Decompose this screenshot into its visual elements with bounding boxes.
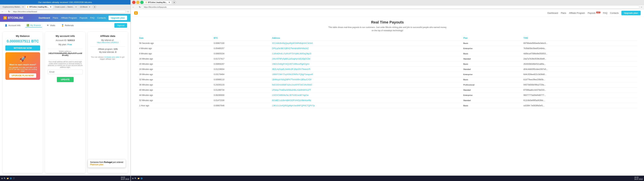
right-panel: B BTColine | leading Btc... ✕ + ← → ↻ ht… — [131, 0, 644, 181]
tab-steemit-close-icon[interactable]: ✕ — [75, 6, 77, 8]
account-info-card: My account info Account ID: 528313 My pl… — [45, 32, 85, 173]
right-nav-plans[interactable]: Plans — [561, 12, 566, 14]
plan-value: Free — [68, 43, 72, 46]
row-txid[interactable]: 262830b0d9ef32ca88a... — [522, 62, 637, 67]
right-nav-dashboard[interactable]: Dashboard — [548, 12, 558, 14]
withdraw-button[interactable]: WITHDRAW NOW — [5, 46, 40, 50]
logo-icon: B — [3, 16, 7, 20]
right-nav-contacts[interactable]: Contacts — [610, 12, 619, 14]
back-button[interactable]: ← — [1, 10, 4, 13]
table-row: 56 Seconds ago 0.00807100 3CCA8b3b40qQey… — [138, 41, 637, 46]
refresh-button[interactable]: ↻ — [8, 10, 10, 13]
affiliate-program-label: Affiliate program: — [98, 48, 113, 50]
update-button[interactable]: UPDATE — [57, 77, 74, 82]
right-nav-affiliate[interactable]: Affiliate Program — [569, 12, 585, 14]
plan-label: My plan: — [58, 43, 67, 46]
nav-faq[interactable]: FAQ — [90, 16, 94, 19]
right-upgrade-button[interactable]: Upgrade plan — [621, 11, 641, 15]
wallet-group: Wallet address: 14Eb3YK66AMfq4D8Ld9pHx9V… — [48, 50, 82, 56]
tab-btconline-close-icon[interactable]: ✕ — [50, 6, 51, 8]
row-txid[interactable]: b1d77feec0fee239b5b... — [522, 77, 637, 82]
tab-crypto[interactable]: Cryptocurrency Market... ✕ — [1, 6, 25, 8]
tab-my-finance[interactable]: 💹 My finance — [25, 23, 42, 28]
forward-button[interactable]: → — [5, 10, 7, 13]
row-txid[interactable]: 94073b568cf96a2729a... — [522, 82, 637, 88]
tab-bitcoin-close-icon[interactable]: ✕ — [89, 6, 90, 8]
nav-contacts[interactable]: Contacts — [97, 16, 106, 19]
rocket-icon: 🚀 — [8, 56, 38, 62]
row-txid[interactable]: 2da7a7b39c053fe30e9f... — [522, 56, 637, 62]
right-back-button[interactable]: ← — [132, 6, 134, 8]
account-id-group: Account ID: 528313 — [48, 39, 82, 42]
right-forward-button[interactable]: → — [136, 6, 138, 8]
increase-plan-link[interactable]: increase your plan — [104, 56, 120, 58]
row-txid[interactable]: 69796ebd580ee6e3ebc9... — [522, 41, 637, 46]
nav-affiliate[interactable]: Affiliate Program — [61, 16, 77, 19]
tab-referrals-label: Referrals — [65, 24, 74, 27]
right-tab-btconline[interactable]: B BTColine | leading Btc... ✕ — [144, 1, 171, 4]
toast-plan: Platinum plan — [90, 164, 104, 166]
row-txid[interactable]: cd3384 7e0839fa5ef1... — [522, 103, 637, 108]
tab-visits[interactable]: 👁 Visits — [46, 24, 56, 27]
nav-dashboard[interactable]: Dashboard — [38, 16, 50, 19]
right-new-tab-button[interactable]: + — [172, 1, 176, 4]
upgrade-plan-now-button[interactable]: UPGRADE PLAN NOW! — [9, 74, 36, 78]
right-address-text: https://btconline.io/#payouts — [144, 6, 166, 8]
email-input[interactable] — [48, 70, 82, 74]
tab-steemit[interactable]: Create a post — Steemi... ✕ — [53, 6, 78, 8]
announcement-bar: Our members already received 1381.655520… — [0, 0, 130, 4]
row-address: 1Gf2VCM6E8laTaL3DTiUB2urtdEYapOw — [270, 93, 462, 98]
row-btc: 0.01472330 — [212, 98, 270, 103]
left-browser: Our members already received 1381.655520… — [0, 0, 131, 181]
table-row: 24 Minutes ago 0.01228004 3EZLHySzpELfie… — [138, 67, 637, 72]
right-search-icon: 🔍 — [134, 178, 136, 179]
right-star-button[interactable]: ★ — [640, 6, 643, 8]
balance-card-title: My Balance — [16, 34, 30, 37]
nav-payouts[interactable]: Payouts — [80, 16, 88, 19]
referral-url[interactable]: https://btconline.io/528313 — [90, 42, 125, 44]
referral-url-group: My referral url: https://btconline.io/52… — [90, 39, 125, 44]
task-icon-2: 🌐 — [10, 178, 12, 179]
row-plan: Standart — [462, 56, 522, 62]
right-taskbar-date: 16.07.2018 — [634, 178, 643, 180]
row-plan: Basic — [462, 62, 522, 67]
row-plan: Standart — [462, 98, 522, 103]
affiliate-promo-text: You can always increase your plan to get… — [90, 56, 125, 60]
row-address: 9aG102nUd8d97aJosJvwAFAT3nCVAc56eD — [270, 82, 462, 88]
toast-action: just ordered — [113, 161, 123, 164]
row-plan: Professional — [462, 82, 522, 88]
total-referrals-value: 0 — [115, 51, 116, 53]
browser-maximize-btn[interactable] — [140, 1, 144, 4]
nav-plans[interactable]: Plans — [53, 16, 58, 19]
tab-account-info[interactable]: 👤 Account Info — [3, 24, 22, 27]
right-address-bar[interactable]: https://btconline.io/#payouts — [142, 6, 640, 8]
address-bar[interactable]: https://btconline.io/dashboard — [11, 10, 126, 13]
row-address: 18bDcDnBg9YrkQUfdT1rf8huwf5gADgmv — [270, 62, 462, 67]
row-txid[interactable]: 87098aa8cc4c676e033... — [522, 88, 637, 93]
right-nav-faq[interactable]: FAQ — [603, 12, 608, 14]
tab-btconline[interactable]: B BTColine | leading Btc... ✕ — [26, 6, 53, 8]
signout-button[interactable]: Signout — [114, 23, 127, 28]
right-refresh-button[interactable]: ↻ — [139, 6, 141, 8]
right-tab-close[interactable]: ✕ — [168, 2, 170, 3]
upgrade-plan-button[interactable]: Upgrade plan — [108, 16, 127, 20]
browser-close-btn[interactable] — [132, 1, 136, 4]
row-txid[interactable]: d04c4db00f0cdee2067e5... — [522, 67, 637, 72]
logo: B BTCONLINE — [3, 16, 24, 20]
table-row: 1 Hour ago 0.00607646 13KU1UJvAQ852jyMpH… — [138, 103, 637, 108]
payouts-desc: This table shows real-time payouts to ou… — [138, 26, 637, 32]
row-txid[interactable]: 4d0bca47086e9e050053... — [522, 51, 637, 56]
row-txid[interactable]: 6d4c3D8ee822c3d38d0... — [522, 72, 637, 77]
row-txid[interactable]: 7b3fa93bc0bedf1b4b4a... — [522, 46, 637, 51]
right-nav-payouts[interactable]: Payouts HOT — [588, 12, 600, 14]
row-txid[interactable]: 612c9d3e6f85a063fdc... — [522, 98, 637, 103]
new-tab-button[interactable]: + — [93, 5, 96, 8]
browser-minimize-btn[interactable] — [136, 1, 140, 4]
row-date: 4 Minutes ago — [138, 46, 212, 51]
tab-referrals[interactable]: 🏅 Referrals — [60, 24, 75, 27]
tab-bitcoin[interactable]: (3) Bitcoin ✕ — [79, 6, 92, 8]
row-btc: 0.00607646 — [212, 103, 270, 108]
row-txid[interactable]: 96077773a06ef4d6777... — [522, 93, 637, 98]
star-button[interactable]: ★ — [127, 10, 129, 13]
tab-close-icon[interactable]: ✕ — [22, 6, 24, 8]
